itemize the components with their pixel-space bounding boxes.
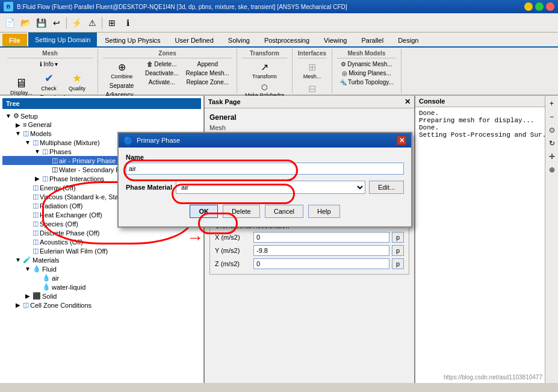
dialog-close-button[interactable]: ✕	[397, 135, 406, 145]
expand-solid[interactable]: ▶	[24, 293, 31, 299]
y-p-button[interactable]: p	[392, 245, 404, 256]
viscous-icon: ◫	[33, 193, 39, 201]
tab-setting-up-physics[interactable]: Setting Up Physics	[98, 34, 167, 46]
expand-phases[interactable]: ▼	[34, 148, 41, 155]
display-button[interactable]: 🖥 Display...	[7, 75, 35, 98]
title-bar: B B:Fluid Flow (Fluent) Parallel Fluent@…	[0, 0, 558, 13]
tree-item-general[interactable]: ▶ ≡ General	[2, 120, 201, 129]
x-input[interactable]	[253, 232, 389, 243]
append-button[interactable]: Append	[195, 60, 220, 69]
fit-button[interactable]: ⊙	[547, 125, 557, 135]
dialog-phase-material-select[interactable]: air water-liquid	[176, 181, 365, 194]
dialog-delete-button[interactable]: Delete	[223, 205, 260, 218]
dialog-cancel-button[interactable]: Cancel	[265, 205, 303, 218]
ribbon-group-zones: Zones ⊕ Combine Separate Adjacency...	[98, 49, 237, 93]
fluid-icon: 💧	[33, 265, 41, 273]
tab-design[interactable]: Design	[391, 34, 425, 46]
quality-button[interactable]: ★ Quality	[66, 70, 88, 93]
task-close-icon[interactable]: ✕	[405, 98, 411, 106]
separate-button[interactable]: Separate	[107, 81, 137, 90]
dialog-body: Name Phase Material air water-liquid Edi…	[119, 148, 411, 226]
expand-multiphase[interactable]: ▼	[24, 139, 31, 146]
toolbar-undo[interactable]: ↩	[49, 16, 64, 30]
tree-item-cell-zone[interactable]: ▶ ◫ Cell Zone Conditions	[2, 300, 201, 310]
info-label: Info	[43, 61, 54, 67]
tab-file[interactable]: File	[2, 34, 27, 46]
dynamic-mesh-button[interactable]: ⚙ Dynamic Mesh...	[338, 60, 394, 69]
materials-label: Materials	[33, 257, 201, 264]
expand-models[interactable]: ▼	[14, 130, 22, 137]
tree-item-solid[interactable]: ▶ ⬛ Solid	[2, 291, 201, 300]
minimize-button[interactable]: _	[524, 2, 533, 11]
check-icon: ✔	[45, 72, 54, 85]
expand-fluid[interactable]: ▼	[24, 266, 31, 272]
quality-label: Quality	[69, 86, 85, 92]
tree-item-fluid[interactable]: ▼ 💧 Fluid	[2, 264, 201, 273]
tree-item-eulerian[interactable]: ◫ Eulerian Wall Film (Off)	[2, 246, 201, 255]
dialog-help-button[interactable]: Help	[308, 205, 340, 218]
z-p-button[interactable]: p	[392, 258, 404, 269]
tree-item-materials[interactable]: ▼ 🧪 Materials	[2, 255, 201, 264]
tree-item-acoustics[interactable]: ◫ Acoustics (Off)	[2, 237, 201, 246]
tree-item-discrete[interactable]: ◫ Discrete Phase (Off)	[2, 228, 201, 237]
ribbon-zones-inner: ⊕ Combine Separate Adjacency... 🗑 Delete…	[103, 60, 232, 99]
deactivate-button[interactable]: Deactivate...	[143, 69, 181, 78]
tree-item-air-material[interactable]: 💧 air	[2, 273, 201, 282]
pan-button[interactable]: ✛	[547, 151, 557, 162]
toolbar-open[interactable]: 📂	[18, 16, 33, 30]
task-panel-title: Task Page	[208, 98, 241, 105]
expand-phase-interactions[interactable]: ▶	[34, 175, 41, 182]
check-button[interactable]: ✔ Check	[38, 70, 60, 93]
replace-mesh-button[interactable]: Replace Mesh...	[184, 69, 232, 78]
toolbar-save[interactable]: 💾	[34, 16, 48, 30]
tree-item-setup[interactable]: ▼ ⚙ Setup	[2, 111, 201, 120]
setup-label: Setup	[20, 113, 201, 120]
transform-button[interactable]: ↗ Transform	[249, 60, 280, 81]
expand-setup[interactable]: ▼	[5, 113, 12, 119]
mixing-planes-button[interactable]: ◎ Mixing Planes...	[339, 69, 394, 78]
water-liq-icon: 💧	[42, 283, 51, 291]
expand-cell-zone[interactable]: ▶	[14, 302, 22, 308]
y-input[interactable]	[253, 245, 389, 256]
dynamic-mesh-label: Dynamic Mesh...	[347, 61, 392, 67]
dialog-title-icon: 🔵	[123, 136, 133, 145]
dialog-edit-button[interactable]: Edit...	[369, 181, 404, 194]
maximize-button[interactable]	[535, 2, 544, 11]
tab-solving[interactable]: Solving	[222, 34, 256, 46]
turbo-topology-label: Turbo Topology...	[348, 79, 394, 86]
deactivate-label: Deactivate...	[145, 70, 179, 76]
info-button[interactable]: ℹ Info ▾	[37, 60, 93, 69]
zoom-out-button[interactable]: −	[547, 111, 557, 122]
expand-general[interactable]: ▶	[14, 122, 22, 128]
toolbar-warning[interactable]: ⚠	[85, 16, 99, 30]
toolbar-new[interactable]: 📄	[2, 16, 17, 30]
tab-postprocessing[interactable]: Postprocessing	[258, 34, 316, 46]
tab-viewing[interactable]: Viewing	[317, 34, 353, 46]
zoom-in-button[interactable]: +	[547, 98, 557, 109]
tab-user-defined[interactable]: User Defined	[169, 34, 220, 46]
dialog-name-label: Name	[126, 154, 404, 161]
toolbar-grid[interactable]: ⊞	[105, 16, 119, 30]
combine-button[interactable]: ⊕ Combine	[108, 60, 135, 81]
select-button[interactable]: ⊕	[547, 164, 557, 175]
turbo-topology-button[interactable]: 🔩 Turbo Topology...	[337, 78, 396, 87]
dialog-name-input[interactable]	[126, 163, 404, 175]
close-button[interactable]	[546, 2, 554, 11]
z-input[interactable]	[253, 258, 389, 269]
rotate-button[interactable]: ↻	[547, 138, 557, 149]
replace-zone-button[interactable]: Replace Zone...	[184, 78, 231, 87]
dialog-ok-button[interactable]: OK	[190, 205, 218, 218]
expand-materials[interactable]: ▼	[14, 257, 22, 263]
mesh-interface-button[interactable]: ⊞ Mesh...	[300, 60, 324, 81]
dialog-name-field: Name	[126, 154, 404, 175]
delete-button[interactable]: 🗑 Delete...	[144, 60, 179, 69]
toolbar-info[interactable]: ℹ	[120, 16, 135, 30]
tree-item-water-liquid[interactable]: 💧 water-liquid	[2, 282, 201, 291]
x-p-button[interactable]: p	[392, 232, 404, 243]
mixing-planes-icon: ◎	[342, 70, 347, 76]
toolbar-lightning[interactable]: ⚡	[69, 16, 84, 30]
tab-parallel[interactable]: Parallel	[355, 34, 390, 46]
models-icon: ◫	[23, 129, 29, 137]
tab-setting-up-domain[interactable]: Setting Up Domain	[28, 33, 97, 46]
activate-button[interactable]: Activate...	[146, 78, 178, 87]
